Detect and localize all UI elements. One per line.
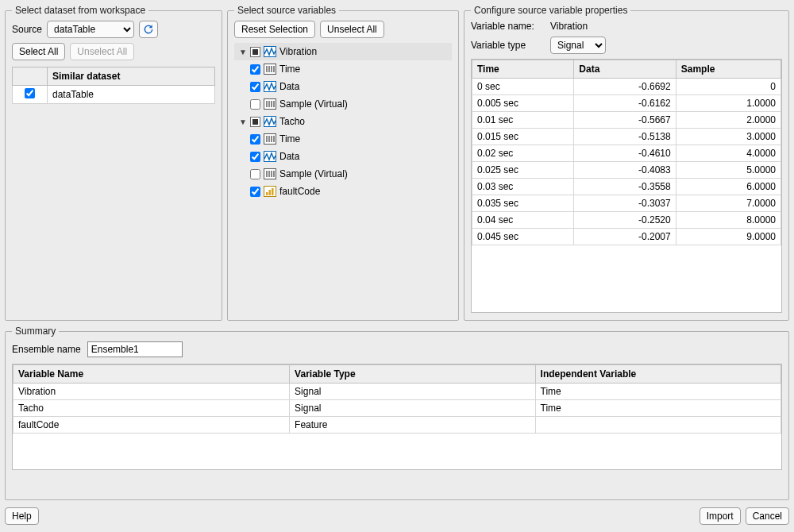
cell-time: 0.02 sec: [472, 145, 574, 162]
svg-rect-26: [269, 190, 272, 195]
cell-sample: 9.0000: [676, 229, 781, 245]
tree-node-vib-time[interactable]: Time: [234, 60, 452, 78]
cell-sample: 4.0000: [676, 145, 781, 162]
cell-data: -0.6162: [574, 95, 676, 112]
tree-checkbox[interactable]: [250, 82, 260, 92]
dialog-footer: Help Import Cancel: [5, 505, 789, 527]
expander-icon[interactable]: ▼: [239, 118, 247, 125]
cell-time: 0 sec: [472, 79, 574, 95]
tree-node-tac-time[interactable]: Time: [234, 130, 452, 148]
table-row[interactable]: TachoSignalTime: [13, 400, 781, 417]
cell-variable-name: Tacho: [13, 400, 290, 417]
reset-selection-button[interactable]: Reset Selection: [234, 21, 315, 38]
tree-node-tac-sample[interactable]: Sample (Virtual): [234, 165, 452, 183]
source-variables-tree[interactable]: ▼VibrationTimeDataSample (Virtual)▼Tacho…: [234, 43, 452, 200]
cell-data: -0.4083: [574, 162, 676, 179]
summary-col-iv[interactable]: Independent Variable: [535, 365, 781, 384]
variable-name-value: Vibration: [550, 21, 588, 32]
table-row[interactable]: 0.025 sec-0.40835.0000: [472, 162, 781, 179]
cell-data: -0.5138: [574, 129, 676, 145]
dataset-table: Similar dataset dataTable: [12, 67, 215, 104]
variable-data-grid: Time Data Sample 0 sec-0.669200.005 sec-…: [472, 60, 781, 245]
summary-grid: Variable Name Variable Type Independent …: [13, 364, 781, 434]
cell-data: -0.2520: [574, 212, 676, 229]
cell-data: -0.3037: [574, 195, 676, 212]
select-all-button[interactable]: Select All: [12, 43, 65, 60]
table-row[interactable]: 0.045 sec-0.20079.0000: [472, 229, 781, 245]
summary-col-name[interactable]: Variable Name: [13, 365, 290, 384]
signal-icon: [264, 151, 276, 162]
refresh-icon: [143, 24, 154, 35]
summary-panel: Summary Ensemble name Variable Name Vari…: [5, 326, 789, 500]
summary-title: Summary: [12, 326, 59, 337]
grid-col-time[interactable]: Time: [472, 60, 574, 79]
grid-col-data[interactable]: Data: [574, 60, 676, 79]
ensemble-name-label: Ensemble name: [12, 344, 81, 355]
tree-checkbox[interactable]: [250, 169, 260, 179]
tri-state-checkbox[interactable]: [250, 47, 260, 57]
table-row[interactable]: VibrationSignalTime: [13, 384, 781, 400]
source-dropdown[interactable]: dataTable: [47, 21, 134, 38]
summary-col-type[interactable]: Variable Type: [290, 365, 535, 384]
table-row[interactable]: 0 sec-0.66920: [472, 79, 781, 95]
table-row[interactable]: 0.01 sec-0.56672.0000: [472, 112, 781, 129]
cell-data: -0.6692: [574, 79, 676, 95]
table-row[interactable]: 0.04 sec-0.25208.0000: [472, 212, 781, 229]
svg-rect-25: [266, 192, 268, 195]
unselect-all-button[interactable]: Unselect All: [70, 43, 134, 60]
table-row[interactable]: faultCodeFeature: [13, 417, 781, 434]
dataset-check-header: [13, 67, 48, 86]
iv-icon: [264, 64, 276, 75]
table-row[interactable]: 0.035 sec-0.30377.0000: [472, 195, 781, 212]
table-row[interactable]: dataTable: [13, 86, 215, 104]
table-row[interactable]: 0.015 sec-0.51383.0000: [472, 129, 781, 145]
source-label: Source: [12, 24, 42, 35]
unselect-all-sources-button[interactable]: Unselect All: [320, 21, 384, 38]
cell-data: -0.2007: [574, 229, 676, 245]
tree-node-label: Data: [279, 151, 299, 162]
tri-state-checkbox[interactable]: [250, 117, 260, 127]
table-row[interactable]: 0.03 sec-0.35586.0000: [472, 179, 781, 195]
import-button[interactable]: Import: [700, 507, 741, 525]
svg-rect-27: [272, 188, 274, 195]
cell-variable-type: Signal: [290, 400, 535, 417]
cell-sample: 0: [676, 79, 781, 95]
tree-checkbox[interactable]: [250, 152, 260, 162]
tree-node-vib-data[interactable]: Data: [234, 78, 452, 95]
variable-type-label: Variable type: [471, 40, 542, 51]
cell-variable-type: Feature: [290, 417, 535, 434]
dataset-row-checkbox-cell[interactable]: [13, 86, 48, 104]
tree-node-vibration[interactable]: ▼Vibration: [234, 43, 452, 60]
ensemble-name-input[interactable]: [87, 341, 183, 357]
cell-time: 0.005 sec: [472, 95, 574, 112]
cancel-button[interactable]: Cancel: [746, 507, 789, 525]
tree-node-label: Time: [279, 64, 300, 75]
refresh-button[interactable]: [139, 21, 158, 38]
tree-checkbox[interactable]: [250, 134, 260, 145]
cell-time: 0.045 sec: [472, 229, 574, 245]
cell-time: 0.04 sec: [472, 212, 574, 229]
tree-checkbox[interactable]: [250, 99, 260, 110]
tree-checkbox[interactable]: [250, 187, 260, 197]
cell-variable-name: Vibration: [13, 384, 290, 400]
table-row[interactable]: 0.02 sec-0.46104.0000: [472, 145, 781, 162]
cell-variable-name: faultCode: [13, 417, 290, 434]
cell-sample: 5.0000: [676, 162, 781, 179]
iv-icon: [264, 133, 276, 145]
tree-checkbox[interactable]: [250, 64, 260, 75]
help-button[interactable]: Help: [5, 507, 39, 525]
table-row[interactable]: 0.005 sec-0.61621.0000: [472, 95, 781, 112]
cell-independent-variable: Time: [535, 384, 781, 400]
tree-node-faultcode[interactable]: faultCode: [234, 183, 452, 200]
tree-node-tacho[interactable]: ▼Tacho: [234, 113, 452, 130]
dataset-row-checkbox[interactable]: [25, 88, 35, 98]
cell-sample: 8.0000: [676, 212, 781, 229]
tree-node-vib-sample[interactable]: Sample (Virtual): [234, 95, 452, 113]
grid-col-sample[interactable]: Sample: [676, 60, 781, 79]
tree-node-label: Sample (Virtual): [279, 98, 348, 110]
expander-icon[interactable]: ▼: [239, 48, 247, 56]
cell-data: -0.3558: [574, 179, 676, 195]
tree-node-tac-data[interactable]: Data: [234, 148, 452, 165]
signal-icon: [264, 46, 276, 57]
variable-type-dropdown[interactable]: Signal: [550, 37, 606, 54]
